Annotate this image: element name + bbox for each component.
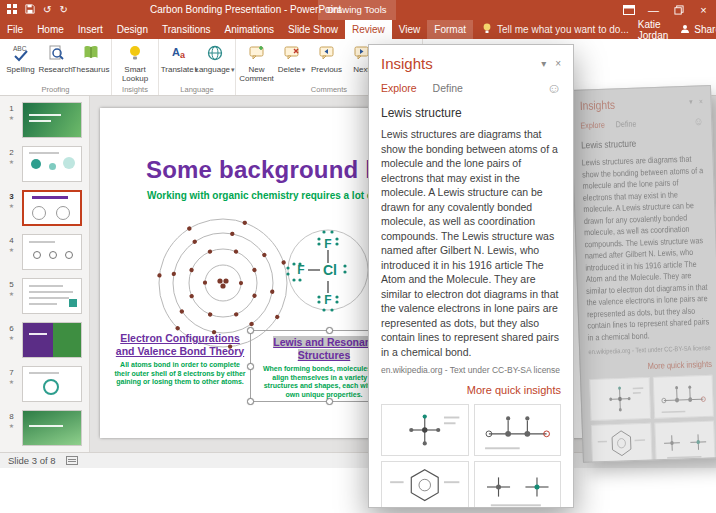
undo-icon[interactable]: ↺ — [43, 5, 51, 15]
slide-thumbnail-6[interactable]: 6★ — [0, 320, 90, 360]
smart-lookup-icon — [126, 43, 144, 63]
tab-review[interactable]: Review — [345, 20, 392, 39]
insights-pane-title: Insights — [580, 97, 616, 112]
slide-thumbnail-7[interactable]: 7★ — [0, 364, 90, 404]
slide-thumbnail-4[interactable]: 4★ — [0, 232, 90, 272]
svg-text:ABC: ABC — [13, 45, 27, 52]
tab-explore[interactable]: Explore — [580, 120, 605, 130]
slide-thumbnail-2[interactable]: 2★ — [0, 144, 90, 184]
previous-comment-button[interactable]: Previous — [309, 41, 344, 74]
tab-format[interactable]: Format — [427, 20, 473, 39]
insights-tabs: Explore Define ☺ — [381, 81, 561, 95]
notes-icon[interactable] — [66, 456, 78, 465]
pane-close-icon[interactable]: × — [699, 97, 703, 106]
tab-file[interactable]: File — [0, 20, 30, 39]
ribbon-tab-row: File Home Insert Design Transitions Anim… — [0, 20, 716, 39]
lewis-structure-image[interactable] — [591, 423, 652, 462]
spelling-icon: ABC — [12, 43, 30, 63]
svg-text:A: A — [172, 46, 180, 58]
transition-star-icon: ★ — [5, 378, 18, 385]
delete-comment-button[interactable]: Delete▾ — [274, 41, 309, 74]
ribbon-display-options-icon[interactable] — [616, 0, 641, 20]
spelling-button[interactable]: ABC Spelling — [3, 41, 38, 74]
ribbon-group-language: Aa Translate▾ Language▾ Language — [159, 39, 236, 95]
tell-me-search[interactable]: Tell me what you want to do... — [473, 20, 638, 39]
previous-comment-icon — [318, 43, 336, 63]
chevron-down-icon: ▾ — [231, 66, 235, 73]
ribbon-group-proofing: ABC Spelling Research The — [0, 39, 112, 95]
insights-pane-ghost: Insights ▾ × Explore Define ☺ Lewis stru… — [570, 85, 716, 463]
pane-close-icon[interactable]: × — [555, 58, 561, 69]
slide-thumbnail-5[interactable]: 5★ — [0, 276, 90, 316]
pane-options-icon[interactable]: ▾ — [541, 58, 546, 69]
slide-indicator: Slide 3 of 8 — [8, 455, 56, 466]
thesaurus-icon — [82, 43, 100, 63]
minimize-icon[interactable]: — — [641, 0, 666, 20]
selection-handle[interactable] — [326, 327, 333, 334]
insight-source: en.wikipedia.org - Text under CC-BY-SA l… — [381, 365, 561, 375]
transition-star-icon: ★ — [5, 158, 18, 165]
tab-define[interactable]: Define — [616, 118, 637, 128]
pane-options-icon[interactable]: ▾ — [689, 97, 693, 106]
transition-star-icon: ★ — [5, 422, 18, 429]
lewis-structure-image[interactable] — [381, 404, 469, 456]
thesaurus-button[interactable]: Thesaurus — [73, 41, 108, 74]
left-text-box[interactable]: Electron Configurations and Valence Bond… — [114, 332, 246, 387]
user-name[interactable]: Katie Jordan — [638, 19, 669, 41]
slide-thumbnail-8[interactable]: 8★ — [0, 408, 90, 448]
selection-handle[interactable] — [247, 363, 254, 370]
share-button[interactable]: Share — [680, 24, 716, 36]
lewis-structure-image[interactable] — [474, 461, 562, 507]
language-icon — [206, 43, 224, 63]
svg-text:a: a — [180, 50, 186, 60]
tab-transitions[interactable]: Transitions — [155, 20, 218, 39]
tab-slide-show[interactable]: Slide Show — [281, 20, 345, 39]
left-box-heading: Electron Configurations and Valence Bond… — [114, 332, 246, 357]
tab-insert[interactable]: Insert — [71, 20, 110, 39]
more-quick-insights-link[interactable]: More quick insights — [589, 359, 712, 373]
tab-explore[interactable]: Explore — [381, 82, 417, 94]
tab-view[interactable]: View — [392, 20, 428, 39]
slide-subtitle-text[interactable]: Working with organic chemistry requires … — [147, 190, 396, 201]
selection-handle[interactable] — [247, 327, 254, 334]
insights-pane-title: Insights — [381, 55, 433, 72]
smart-lookup-button[interactable]: Smart Lookup — [115, 41, 155, 83]
close-icon[interactable]: × — [691, 0, 716, 20]
more-quick-insights-link[interactable]: More quick insights — [381, 384, 561, 396]
language-button[interactable]: Language▾ — [197, 41, 232, 74]
tab-animations[interactable]: Animations — [218, 20, 281, 39]
lewis-structure-image[interactable] — [381, 461, 469, 507]
svg-text:F: F — [324, 293, 331, 307]
translate-button[interactable]: Aa Translate▾ — [162, 41, 197, 74]
slide-title-text[interactable]: Some background kn — [146, 156, 394, 184]
share-person-icon — [680, 24, 690, 36]
tab-home[interactable]: Home — [30, 20, 71, 39]
window-controls: — × — [616, 0, 716, 20]
lewis-structure-image[interactable] — [589, 377, 650, 421]
selection-handle[interactable] — [247, 398, 254, 405]
slide-thumbnail-3[interactable]: 3★ — [0, 188, 90, 228]
lewis-structure-image[interactable] — [653, 375, 714, 419]
svg-text:F: F — [324, 237, 331, 251]
svg-text:Cl: Cl — [323, 262, 337, 278]
transition-star-icon: ★ — [5, 202, 18, 209]
tab-design[interactable]: Design — [110, 20, 155, 39]
transition-star-icon: ★ — [5, 334, 18, 341]
lewis-structure-image[interactable] — [654, 421, 715, 463]
research-button[interactable]: Research — [38, 41, 73, 74]
lewis-structure-image[interactable] — [474, 404, 562, 456]
chevron-down-icon: ▾ — [302, 66, 306, 73]
slide-thumbnail-1[interactable]: 1★ — [0, 100, 90, 140]
delete-comment-icon — [283, 43, 301, 63]
account-area: Katie Jordan Share — [638, 20, 716, 39]
save-icon[interactable] — [25, 4, 35, 16]
window-title: Carbon Bonding Presentation - PowerPoint — [150, 0, 341, 20]
tab-define[interactable]: Define — [433, 82, 463, 94]
feedback-smiley-icon[interactable]: ☺ — [694, 115, 704, 127]
feedback-smiley-icon[interactable]: ☺ — [547, 81, 561, 95]
redo-icon[interactable]: ↻ — [59, 5, 67, 15]
title-bar: ↺ ↻ Carbon Bonding Presentation - PowerP… — [0, 0, 716, 20]
selection-handle[interactable] — [326, 398, 333, 405]
new-comment-button[interactable]: New Comment — [239, 41, 274, 83]
restore-icon[interactable] — [666, 0, 691, 20]
